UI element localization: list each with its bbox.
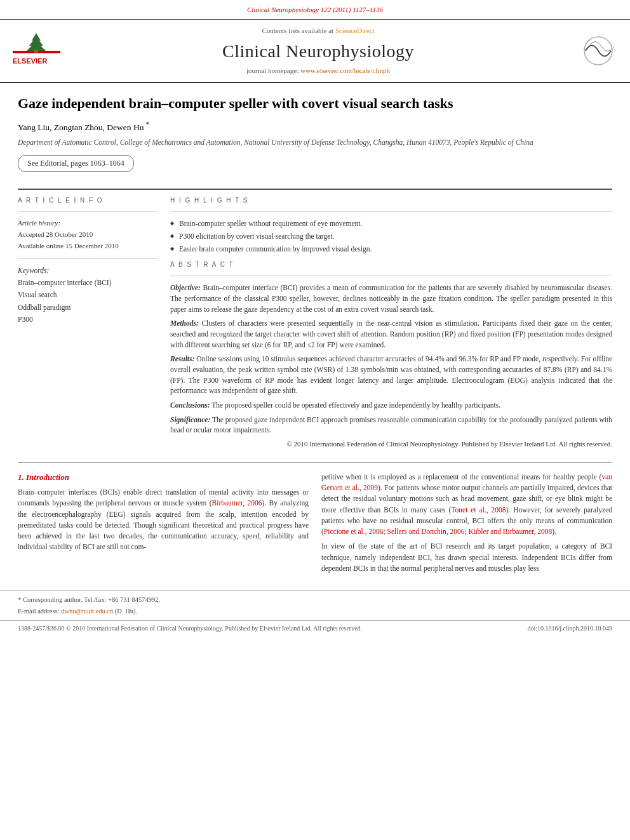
journal-ref: Clinical Neurophysiology 122 (2011) 1127… <box>247 6 383 13</box>
highlights-abstract-col: H I G H L I G H T S Brain-computer spell… <box>170 196 612 453</box>
editorial-button[interactable]: See Editorial, pages 1063–1064 <box>18 155 134 172</box>
article-title: Gaze independent brain–computer speller … <box>18 95 612 113</box>
issn-text: 1388-2457/$36.00 © 2010 International Fe… <box>18 624 362 633</box>
banner-logo-right <box>573 34 617 69</box>
abstract-para-methods: Methods: Clusters of characters were pre… <box>170 318 612 350</box>
objective-text: Brain–computer interface (BCI) provides … <box>170 284 612 312</box>
journal-header-top: Clinical Neurophysiology 122 (2011) 1127… <box>0 0 630 20</box>
significance-label: Significance: <box>170 416 210 423</box>
history-label: Article history: <box>18 218 158 228</box>
keywords-label: Keywords: <box>18 265 158 276</box>
highlights-heading: H I G H L I G H T S <box>170 196 612 205</box>
article-info-col: A R T I C L E I N F O Article history: A… <box>18 196 158 453</box>
highlight-1: Brain-computer speller without requireme… <box>170 218 612 229</box>
elsevier-logo-svg: ELSEVIER <box>13 32 64 67</box>
abstract-para-objective: Objective: Brain–computer interface (BCI… <box>170 283 612 314</box>
authors-text: Yang Liu, Zongtan Zhou, Dewen Hu <box>18 122 144 131</box>
ref-piccione[interactable]: Piccione et al., 2006; Sellers and Donch… <box>324 528 552 535</box>
body-col-left: 1. Introduction Brain–computer interface… <box>18 472 309 578</box>
elsevier-logo: ELSEVIER <box>13 32 64 70</box>
abstract-para-results: Results: Online sessions using 10 stimul… <box>170 354 612 396</box>
sciencedirect-line: Contents lists available at ScienceDirec… <box>64 26 573 36</box>
results-label: Results: <box>170 355 194 363</box>
highlight-2: P300 elicitation by covert visual search… <box>170 231 612 241</box>
highlight-3: Easier brain computer communication by i… <box>170 244 612 254</box>
journal-banner: ELSEVIER Contents lists available at Sci… <box>0 20 630 83</box>
info-dates: Accepted 28 October 2010 Available onlin… <box>18 229 158 251</box>
authors-line: Yang Liu, Zongtan Zhou, Dewen Hu * <box>18 119 612 133</box>
body-columns: 1. Introduction Brain–computer interface… <box>18 472 612 584</box>
highlights-list: Brain-computer speller without requireme… <box>170 218 612 254</box>
abstract-copyright: © 2010 International Federation of Clini… <box>170 439 612 450</box>
journal-title-banner: Clinical Neurophysiology <box>64 39 573 63</box>
abstract-para-conclusions: Conclusions: The proposed speller could … <box>170 400 612 411</box>
footnote-email: E-mail address: dwhu@nudt.edu.cn (D. Hu)… <box>18 606 612 617</box>
footnote-email-suffix: (D. Hu). <box>115 608 137 615</box>
methods-text: Clusters of characters were presented se… <box>170 319 612 348</box>
body-para-right-1: petitive when it is employed as a replac… <box>321 472 612 538</box>
svg-text:ELSEVIER: ELSEVIER <box>13 57 47 65</box>
footnote-email-address[interactable]: dwhu@nudt.edu.cn <box>61 608 113 615</box>
article-info-heading: A R T I C L E I N F O <box>18 196 158 205</box>
abstract-section: A B S T R A C T Objective: Brain–compute… <box>170 260 612 450</box>
asterisk: * <box>146 120 150 128</box>
footnote-corresponding: * Corresponding author. Tel./fax: +86 73… <box>18 595 612 605</box>
results-text: Online sessions using 10 stimulus sequen… <box>170 355 612 394</box>
abstract-heading: A B S T R A C T <box>170 260 612 269</box>
body-separator <box>18 462 612 463</box>
banner-center: Contents lists available at ScienceDirec… <box>64 26 573 76</box>
significance-text: The proposed gaze independent BCI approa… <box>170 416 612 434</box>
keyword-2: Visual search <box>18 289 158 302</box>
article-info-highlights: A R T I C L E I N F O Article history: A… <box>18 196 612 453</box>
methods-label: Methods: <box>170 319 199 327</box>
ref-birbaumer[interactable]: Birbaumer, 2006 <box>212 499 262 507</box>
doi-text: doi:10.1016/j.clinph.2010.10.049 <box>527 624 612 633</box>
journal-homepage: journal homepage: www.elsevier.com/locat… <box>64 66 573 76</box>
abstract-separator <box>170 276 612 276</box>
main-content: Gaze independent brain–computer speller … <box>0 83 630 590</box>
date-online: Available online 15 December 2010 <box>18 241 158 252</box>
keywords-list: Brain–computer interface (BCI) Visual se… <box>18 277 158 326</box>
svg-rect-5 <box>34 50 38 53</box>
keyword-4: P300 <box>18 314 158 326</box>
conclusions-label: Conclusions: <box>170 401 210 409</box>
info-separator <box>18 211 158 212</box>
bottom-bar: 1388-2457/$36.00 © 2010 International Fe… <box>0 620 630 636</box>
body-para-right-2: In view of the state of the art of BCI r… <box>321 541 612 574</box>
keywords-separator <box>18 258 158 259</box>
cp-logo-svg <box>579 34 617 69</box>
highlights-separator <box>170 211 612 212</box>
homepage-url[interactable]: www.elsevier.com/locate/clinph <box>300 67 390 74</box>
body-col-right: petitive when it is employed as a replac… <box>321 472 612 578</box>
affiliation: Department of Automatic Control, College… <box>18 137 612 147</box>
section1-title: 1. Introduction <box>18 472 309 483</box>
keyword-3: Oddball paradigm <box>18 302 158 314</box>
objective-label: Objective: <box>170 284 201 291</box>
abstract-para-significance: Significance: The proposed gaze independ… <box>170 415 612 436</box>
keyword-1: Brain–computer interface (BCI) <box>18 277 158 290</box>
ref-tonet[interactable]: Tonet et al., 2008 <box>451 506 506 514</box>
ref-vangerven[interactable]: van Gerven et al., 2009 <box>321 473 612 491</box>
separator-top <box>18 189 612 190</box>
footnote-area: * Corresponding author. Tel./fax: +86 73… <box>0 590 630 620</box>
svg-marker-4 <box>27 41 46 51</box>
body-para-left-1: Brain–computer interfaces (BCIs) enable … <box>18 487 309 553</box>
date-accepted: Accepted 28 October 2010 <box>18 229 158 241</box>
page: Clinical Neurophysiology 122 (2011) 1127… <box>0 0 630 636</box>
conclusions-text: The proposed speller could be operated e… <box>211 401 500 409</box>
